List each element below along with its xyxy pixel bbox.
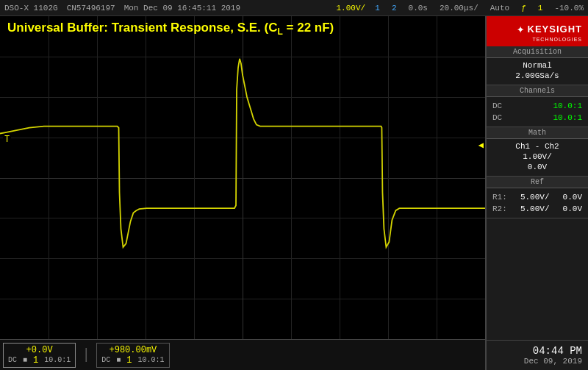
acq-rate-row: 2.00GSa/s xyxy=(492,71,582,80)
scope-screen: Universal Buffer: Transient Response, S.… xyxy=(0,16,487,370)
ch1-panel-row: DC 10.0:1 xyxy=(492,100,582,112)
acq-sample-rate: 2.00GSa/s xyxy=(492,71,582,80)
scope-title: Universal Buffer: Transient Response, S.… xyxy=(7,21,334,37)
math-section: Math Ch1 - Ch2 1.00V/ 0.0V xyxy=(487,127,588,177)
ch2-num-top: 2 xyxy=(392,4,397,13)
timebase-pos: 0.0s xyxy=(409,4,428,13)
ref-title: Ref xyxy=(487,177,588,188)
right-panel: ✦ KEYSIGHT TECHNOLOGIES Acquisition Norm… xyxy=(487,16,588,370)
r1-label: R1: xyxy=(492,193,507,202)
ch2-coupling-bottom: DC xyxy=(101,356,110,364)
acq-mode: Normal xyxy=(492,61,582,70)
math-title: Math xyxy=(487,127,588,139)
keysight-brand: KEYSIGHT xyxy=(528,24,582,35)
ch1-coupling-bottom: DC xyxy=(8,356,17,364)
time-display: 04:44 PM xyxy=(492,345,582,357)
device-serial: CN57496197 xyxy=(67,4,115,13)
time-date-display: 04:44 PM Dec 09, 2019 xyxy=(487,340,588,370)
trigger-level-marker: ◀ xyxy=(478,140,484,151)
device-model: DSO-X 1102G xyxy=(4,4,58,13)
trigger-icon: ƒ xyxy=(521,4,526,13)
r1-offset: 0.0V xyxy=(563,193,582,202)
ref-section: Ref R1: 5.00V/ 0.0V R2: 5.00V/ 0.0V xyxy=(487,177,588,218)
ground-marker: T xyxy=(3,135,11,145)
r1-scale: 5.00V/ xyxy=(520,193,550,202)
ch1-scale-top: 1.00V/ 1 xyxy=(337,4,380,13)
math-formula: Ch1 - Ch2 xyxy=(492,142,582,151)
ch1-probe-bottom: 10.0:1 xyxy=(44,356,71,364)
math-scale-row: 1.00V/ xyxy=(492,152,582,161)
ch2-scale-num: 1 xyxy=(126,355,132,366)
ch-separator-1: | xyxy=(82,346,90,363)
ch2-probe-bottom: 10.0:1 xyxy=(138,356,165,364)
r2-scale: 5.00V/ xyxy=(520,204,550,213)
time-div: 20.00μs/ xyxy=(440,4,478,13)
acq-mode-row: Normal xyxy=(492,61,582,70)
trigger-level: -10.0% xyxy=(554,4,584,13)
ch2-info[interactable]: +980.00mV DC ■ 1 10.0:1 xyxy=(96,343,169,368)
ch2-scale-bottom: ■ xyxy=(116,356,121,364)
r1-row: R1: 5.00V/ 0.0V xyxy=(492,191,582,203)
ch1-scale-bottom: ■ xyxy=(23,356,27,364)
channels-section: Channels DC 10.0:1 DC 10.0:1 xyxy=(487,85,588,127)
trigger-ch: 1 xyxy=(538,4,543,13)
date-display: Dec 09, 2019 xyxy=(492,357,582,366)
r2-row: R2: 5.00V/ 0.0V xyxy=(492,203,582,215)
ch1-scale-num: 1 xyxy=(33,355,38,366)
keysight-logo-mark: ✦ xyxy=(517,21,525,37)
math-offset-row: 0.0V xyxy=(492,163,582,171)
math-offset: 0.0V xyxy=(492,163,582,171)
ch2-panel-row: DC 10.0:1 xyxy=(492,112,582,124)
top-status-bar: DSO-X 1102G CN57496197 Mon Dec 09 16:45:… xyxy=(0,0,588,16)
acquisition-title: Acquisition xyxy=(487,46,588,58)
r2-label: R2: xyxy=(492,204,507,213)
waveform-display xyxy=(0,16,485,324)
device-info: DSO-X 1102G CN57496197 Mon Dec 09 16:45:… xyxy=(4,4,240,13)
scope-settings: 1.00V/ 1 2 0.0s 20.00μs/ Auto ƒ 1 -10.0% xyxy=(337,4,584,13)
main-area: Universal Buffer: Transient Response, S.… xyxy=(0,16,588,370)
bottom-channel-bar: +0.0V DC ■ 1 10.0:1 | +980.00mV DC ■ xyxy=(0,339,485,370)
ch2-offset: +980.00mV xyxy=(109,345,157,355)
ch1-info[interactable]: +0.0V DC ■ 1 10.0:1 xyxy=(3,343,76,368)
keysight-sub: TECHNOLOGIES xyxy=(532,37,582,42)
ch2-panel-scale: 10.0:1 xyxy=(553,113,582,122)
r2-offset: 0.0V xyxy=(563,204,582,213)
acquisition-section: Acquisition Normal 2.00GSa/s xyxy=(487,46,588,85)
ch1-panel-coupling: DC xyxy=(492,102,502,110)
ch1-panel-scale: 10.0:1 xyxy=(553,102,582,110)
trigger-mode: Auto xyxy=(490,4,509,13)
math-scale: 1.00V/ xyxy=(492,152,582,161)
math-formula-row: Ch1 - Ch2 xyxy=(492,142,582,151)
channels-title: Channels xyxy=(487,85,588,97)
logo-area: ✦ KEYSIGHT TECHNOLOGIES xyxy=(487,16,588,46)
ch2-panel-coupling: DC xyxy=(492,113,502,122)
scope-title-text: Universal Buffer: Transient Response, S.… xyxy=(7,21,334,35)
ch1-offset: +0.0V xyxy=(26,345,53,355)
datetime-header: Mon Dec 09 16:45:11 2019 xyxy=(124,4,240,13)
